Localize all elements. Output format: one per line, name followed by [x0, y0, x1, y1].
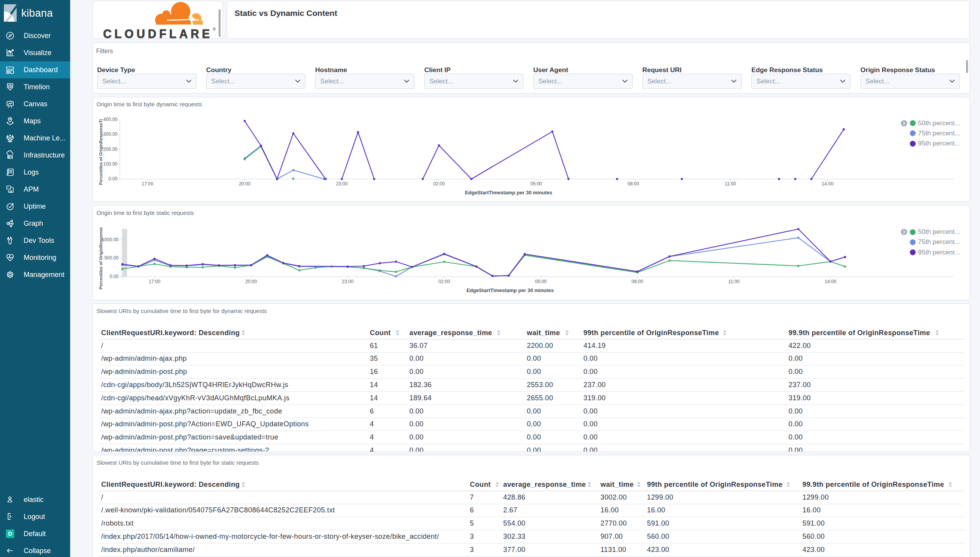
svg-text:D: D [8, 531, 12, 537]
